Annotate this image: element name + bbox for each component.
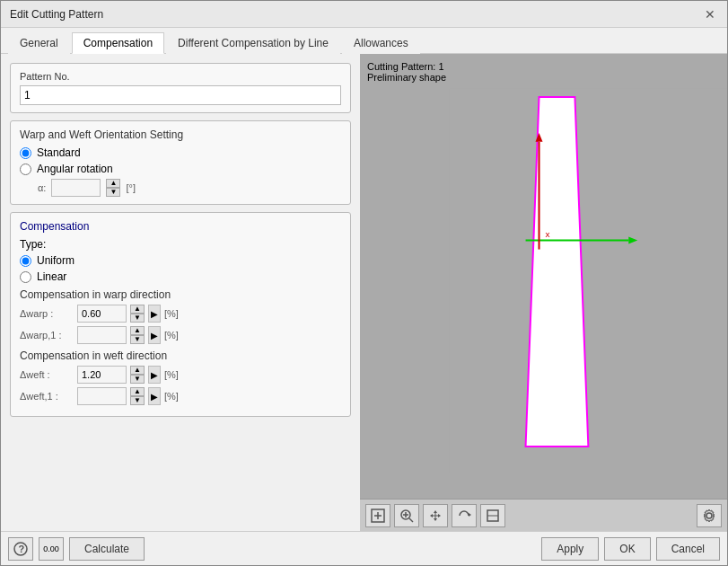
dialog-title: Edit Cutting Pattern [10, 8, 103, 21]
weft-arrow-btn[interactable]: ▶ [148, 366, 161, 384]
standard-radio[interactable] [20, 147, 31, 159]
type-row: Type: [20, 238, 341, 251]
uniform-radio-item: Uniform [20, 254, 341, 267]
pattern-no-section: Pattern No. [10, 63, 351, 113]
close-button[interactable]: ✕ [702, 6, 718, 22]
value-display-label: 0.00 [43, 544, 59, 553]
warp-spinner-buttons: ▲ ▼ [130, 305, 145, 323]
angular-label: Angular rotation [37, 163, 113, 175]
svg-text:?: ? [19, 544, 25, 554]
warp2-spinner-buttons: ▲ ▼ [130, 326, 145, 344]
warp-value2-input[interactable] [77, 326, 127, 344]
compensation-section: Compensation Type: Uniform Linear [10, 212, 351, 417]
warp-row2: Δwarp,1 : ▲ ▼ ▶ [%] [20, 326, 341, 344]
svg-line-11 [409, 518, 413, 522]
orientation-title: Warp and Weft Orientation Setting [20, 128, 341, 141]
weft-value2-input[interactable] [77, 387, 127, 405]
weft-spinner-buttons: ▲ ▼ [130, 366, 145, 384]
svg-rect-0 [450, 88, 727, 473]
tab-allowances[interactable]: Allowances [342, 32, 420, 54]
warp-spin-up[interactable]: ▲ [130, 305, 145, 314]
warp-value-input[interactable] [77, 305, 127, 323]
compensation-title: Compensation [20, 220, 341, 233]
warp-arrow-btn[interactable]: ▶ [148, 305, 161, 323]
canvas-tool-settings[interactable] [697, 504, 722, 527]
title-bar: Edit Cutting Pattern ✕ [1, 1, 727, 28]
tabs-bar: General Compensation Different Compensat… [1, 28, 727, 54]
left-panel: Pattern No. Warp and Weft Orientation Se… [1, 54, 360, 531]
content-area: Pattern No. Warp and Weft Orientation Se… [1, 54, 727, 531]
weft-row2-label: Δweft,1 : [20, 391, 74, 402]
comp-type-group: Uniform Linear [20, 254, 341, 283]
canvas-tool-fit[interactable] [480, 504, 505, 527]
pattern-canvas: x [360, 54, 727, 499]
canvas-tool-pan[interactable] [423, 504, 448, 527]
canvas-tool-rotate[interactable] [452, 504, 477, 527]
edit-cutting-pattern-dialog: Edit Cutting Pattern ✕ General Compensat… [0, 0, 728, 566]
right-panel: Cutting Pattern: 1 Preliminary shape [360, 54, 727, 531]
bottom-left: ? 0.00 Calculate [8, 537, 145, 561]
canvas-toolbar [360, 499, 727, 531]
linear-radio[interactable] [20, 271, 31, 283]
angular-radio-item: Angular rotation [20, 163, 341, 175]
svg-text:x: x [545, 229, 549, 239]
warp-spin-down[interactable]: ▼ [130, 314, 145, 323]
ok-button[interactable]: OK [604, 537, 650, 561]
warp2-spin-down[interactable]: ▼ [130, 335, 145, 344]
uniform-radio[interactable] [20, 255, 31, 267]
warp-row1-label: Δwarp : [20, 308, 74, 319]
pattern-no-label: Pattern No. [20, 71, 341, 82]
orientation-radio-group: Standard Angular rotation [20, 146, 341, 175]
warp-direction-label: Compensation in warp direction [20, 288, 341, 301]
standard-radio-item: Standard [20, 146, 341, 159]
cancel-button[interactable]: Cancel [656, 537, 720, 561]
alpha-row: α: ▲ ▼ [°] [38, 179, 341, 197]
alpha-spin-up[interactable]: ▲ [106, 179, 120, 188]
weft-spin-down[interactable]: ▼ [130, 375, 145, 384]
tab-different[interactable]: Different Compensation by Line [166, 32, 340, 54]
svg-marker-14 [469, 513, 471, 517]
weft-spin-up[interactable]: ▲ [130, 366, 145, 375]
weft2-spin-up[interactable]: ▲ [130, 387, 145, 396]
uniform-label: Uniform [37, 254, 75, 267]
canvas-tool-select[interactable] [365, 504, 390, 527]
weft2-unit: [%] [164, 391, 179, 402]
standard-label: Standard [37, 146, 81, 159]
tab-general[interactable]: General [8, 32, 70, 54]
alpha-input[interactable] [51, 179, 101, 197]
linear-radio-item: Linear [20, 270, 341, 283]
weft-row1: Δweft : ▲ ▼ ▶ [%] [20, 366, 341, 384]
calculate-button[interactable]: Calculate [69, 537, 145, 561]
type-label: Type: [20, 238, 46, 251]
warp2-spin-up[interactable]: ▲ [130, 326, 145, 335]
warp-unit: [%] [164, 308, 179, 319]
pattern-no-input[interactable] [20, 85, 341, 105]
alpha-spinner-buttons: ▲ ▼ [106, 179, 120, 197]
value-display-button[interactable]: 0.00 [39, 537, 64, 561]
weft-unit: [%] [164, 369, 179, 380]
warp-row1: Δwarp : ▲ ▼ ▶ [%] [20, 305, 341, 323]
weft2-arrow-btn[interactable]: ▶ [148, 387, 161, 405]
canvas-area: Cutting Pattern: 1 Preliminary shape [360, 54, 727, 499]
warp-row2-label: Δwarp,1 : [20, 330, 74, 340]
alpha-unit: [°] [126, 182, 136, 193]
alpha-label: α: [38, 182, 46, 193]
tab-compensation[interactable]: Compensation [72, 32, 164, 54]
weft-row1-label: Δweft : [20, 369, 74, 380]
bottom-right: Apply OK Cancel [541, 537, 720, 561]
weft-direction-label: Compensation in weft direction [20, 349, 341, 362]
orientation-section: Warp and Weft Orientation Setting Standa… [10, 120, 351, 205]
linear-label: Linear [37, 270, 66, 283]
canvas-tool-zoom-in[interactable] [394, 504, 419, 527]
apply-button[interactable]: Apply [541, 537, 599, 561]
svg-point-17 [706, 513, 712, 518]
angular-radio[interactable] [20, 164, 31, 175]
bottom-bar: ? 0.00 Calculate Apply OK Cancel [1, 531, 727, 565]
weft-row2: Δweft,1 : ▲ ▼ ▶ [%] [20, 387, 341, 405]
help-button[interactable]: ? [8, 537, 33, 561]
weft-value-input[interactable] [77, 366, 127, 384]
weft2-spin-down[interactable]: ▼ [130, 396, 145, 405]
warp2-unit: [%] [164, 330, 179, 340]
alpha-spin-down[interactable]: ▼ [106, 188, 120, 197]
warp2-arrow-btn[interactable]: ▶ [148, 326, 161, 344]
